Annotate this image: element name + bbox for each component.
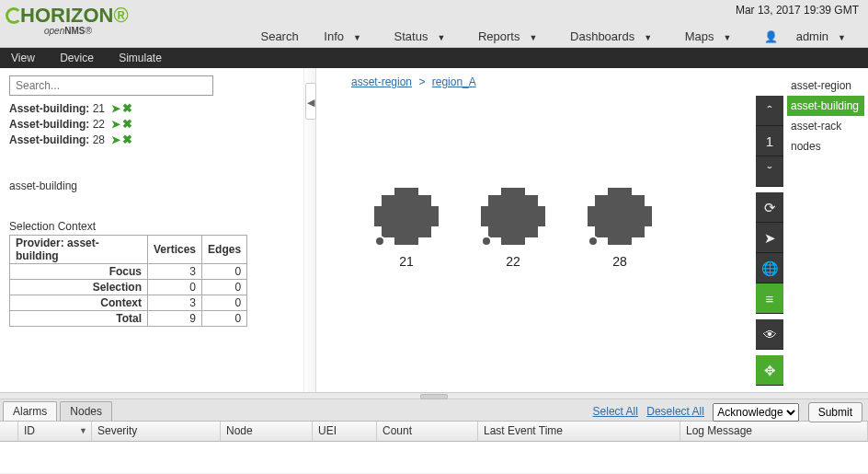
node-label: 22	[481, 254, 545, 269]
globe-icon[interactable]: 🌐	[756, 253, 783, 283]
col-last-event[interactable]: Last Event Time	[478, 422, 680, 441]
remove-icon[interactable]: ✖	[122, 133, 132, 146]
logo[interactable]: HORIZON® openNMS®	[6, 4, 129, 36]
layer-item-asset-rack[interactable]: asset-rack	[787, 116, 864, 136]
search-input[interactable]	[9, 75, 213, 96]
remove-icon[interactable]: ✖	[122, 117, 132, 131]
nav-info[interactable]: Info▼	[316, 29, 369, 43]
menu-bar: View Device Simulate	[0, 48, 868, 68]
menu-device[interactable]: Device	[49, 48, 105, 68]
layers-icon[interactable]: ≡	[756, 283, 783, 314]
col-log-message[interactable]: Log Message	[680, 422, 868, 441]
focus-item: Asset-building: 22 ➤✖	[9, 117, 294, 131]
top-bar: HORIZON® openNMS® Mar 13, 2017 19:39 GMT…	[0, 0, 868, 48]
ack-select[interactable]: Acknowledge	[713, 403, 799, 422]
logo-text: HORIZON	[20, 4, 113, 27]
topology-canvas[interactable]: asset-region > region_A 21 22 28 ˆ 1 ˇ ⟳	[316, 68, 783, 392]
move-icon[interactable]: ✥	[756, 355, 783, 386]
focus-item: Asset-building: 28 ➤✖	[9, 133, 294, 146]
building-icon	[374, 188, 439, 245]
center-icon[interactable]: ➤	[111, 102, 120, 115]
layer-title: asset-building	[9, 179, 294, 192]
collapse-left-icon[interactable]: ◀	[305, 83, 316, 120]
deselect-all-link[interactable]: Deselect All	[646, 405, 704, 418]
select-all-link[interactable]: Select All	[593, 405, 638, 418]
node-label: 28	[588, 254, 652, 269]
col-uei[interactable]: UEI	[313, 422, 377, 441]
nav-search[interactable]: Search	[260, 29, 298, 43]
bottom-panel: Alarms Nodes Select All Deselect All Ack…	[0, 399, 868, 474]
layer-item-nodes[interactable]: nodes	[787, 136, 864, 156]
selection-context-table: Provider: asset-building Vertices Edges …	[9, 235, 247, 327]
timestamp: Mar 13, 2017 19:39 GMT	[736, 4, 859, 17]
nav-status[interactable]: Status▼	[387, 29, 453, 43]
locate-icon[interactable]: ➤	[756, 223, 783, 253]
node-label: 21	[374, 254, 439, 269]
workspace: Asset-building: 21 ➤✖ Asset-building: 22…	[0, 68, 868, 392]
layer-item-asset-building[interactable]: asset-building	[787, 96, 864, 116]
zoom-in-button[interactable]: ˆ	[756, 96, 783, 126]
graph-node[interactable]: 22	[481, 188, 545, 269]
sort-desc-icon: ▼	[79, 426, 87, 435]
tool-column: ˆ 1 ˇ ⟳ ➤ 🌐 ≡ 👁 ✥	[756, 96, 783, 386]
alarm-grid-body	[0, 442, 868, 473]
col-checkbox[interactable]	[0, 422, 18, 441]
building-icon	[588, 188, 652, 245]
center-icon[interactable]: ➤	[111, 118, 120, 131]
breadcrumb: asset-region > region_A	[351, 75, 476, 88]
nav-dashboards[interactable]: Dashboards▼	[563, 29, 659, 43]
zoom-out-button[interactable]: ˇ	[756, 156, 783, 187]
graph-nodes: 21 22 28	[353, 188, 673, 269]
alarm-grid-header: ID▼ Severity Node UEI Count Last Event T…	[0, 422, 868, 442]
col-count[interactable]: Count	[377, 422, 478, 441]
col-node[interactable]: Node	[221, 422, 313, 441]
nav-maps[interactable]: Maps▼	[678, 29, 739, 43]
graph-node[interactable]: 21	[374, 188, 439, 269]
horizontal-splitter[interactable]	[0, 392, 868, 399]
col-severity[interactable]: Severity	[92, 422, 221, 441]
layer-item-asset-region[interactable]: asset-region	[787, 75, 864, 96]
center-icon[interactable]: ➤	[111, 133, 120, 146]
breadcrumb-current[interactable]: region_A	[432, 75, 476, 88]
building-icon	[481, 188, 545, 245]
focus-list: Asset-building: 21 ➤✖ Asset-building: 22…	[9, 101, 294, 146]
bottom-tab-row: Alarms Nodes Select All Deselect All Ack…	[0, 399, 868, 422]
refresh-icon[interactable]: ⟳	[756, 192, 783, 223]
vertical-splitter[interactable]: ◀	[303, 68, 316, 392]
selection-context-title: Selection Context	[9, 220, 294, 233]
breadcrumb-root[interactable]: asset-region	[351, 75, 412, 88]
nav-user[interactable]: 👤 admin▼	[757, 29, 853, 43]
left-panel: Asset-building: 21 ➤✖ Asset-building: 22…	[0, 68, 303, 392]
alarm-actions: Select All Deselect All Acknowledge Subm…	[593, 402, 862, 422]
menu-simulate[interactable]: Simulate	[108, 48, 173, 68]
eye-icon[interactable]: 👁	[756, 319, 783, 350]
tab-nodes[interactable]: Nodes	[60, 401, 112, 421]
layer-panel: asset-region asset-building asset-rack n…	[783, 68, 868, 392]
col-id[interactable]: ID▼	[18, 422, 92, 441]
focus-item: Asset-building: 21 ➤✖	[9, 101, 294, 115]
graph-node[interactable]: 28	[588, 188, 652, 269]
remove-icon[interactable]: ✖	[122, 101, 132, 115]
nav-reports[interactable]: Reports▼	[471, 29, 544, 43]
tab-alarms[interactable]: Alarms	[3, 401, 57, 421]
main-nav: Search Info▼ Status▼ Reports▼ Dashboards…	[253, 29, 861, 43]
submit-button[interactable]: Submit	[808, 402, 862, 422]
semantic-zoom-level: 1	[756, 126, 783, 156]
menu-view[interactable]: View	[0, 48, 46, 68]
